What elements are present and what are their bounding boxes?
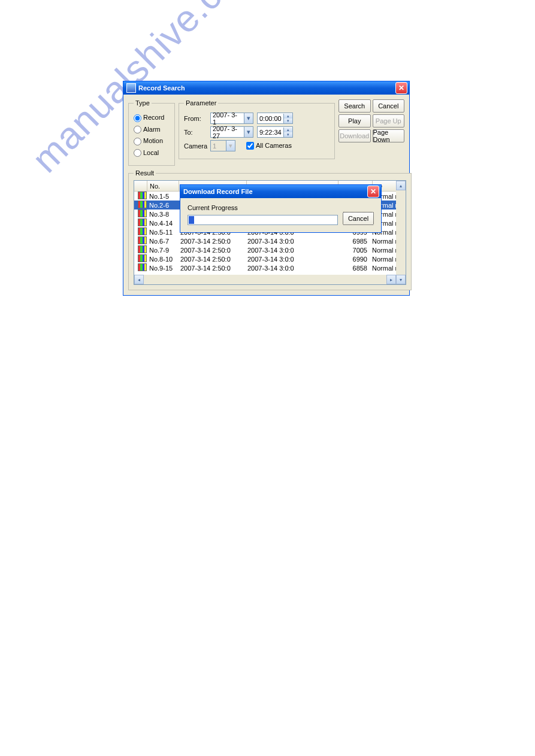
to-label: To: xyxy=(184,129,207,136)
type-legend: Type xyxy=(134,99,152,107)
dialog-cancel-button[interactable]: Cancel xyxy=(343,212,374,225)
scroll-right-icon[interactable]: ▸ xyxy=(386,275,396,284)
progress-bar xyxy=(188,215,338,225)
scroll-left-icon[interactable]: ◂ xyxy=(134,275,144,284)
action-buttons: Search Cancel Play Page Up Download Page… xyxy=(338,99,404,142)
record-icon xyxy=(138,227,147,235)
to-time-spinner[interactable]: 9:22:34▴▾ xyxy=(257,126,293,138)
scroll-up-icon[interactable]: ▴ xyxy=(396,181,406,190)
parameter-group: Parameter From: 2007- 3- 1▾ 0:00:00▴▾ To… xyxy=(179,99,335,159)
camera-combo: 1▾ xyxy=(210,140,235,151)
scroll-down-icon[interactable]: ▾ xyxy=(396,275,406,284)
horizontal-scrollbar[interactable]: ◂ ▸ xyxy=(134,275,396,284)
app-icon xyxy=(126,83,136,93)
download-button: Download xyxy=(338,129,371,142)
table-row[interactable]: No.7-92007-3-14 2:50:02007-3-14 3:0:0700… xyxy=(134,245,406,254)
chevron-down-icon: ▾ xyxy=(226,141,235,151)
dialog-close-button[interactable]: ✕ xyxy=(367,186,379,198)
cancel-button[interactable]: Cancel xyxy=(373,99,405,113)
vertical-scrollbar[interactable]: ▴ ▾ xyxy=(396,181,406,284)
from-date-combo[interactable]: 2007- 3- 1▾ xyxy=(210,113,253,124)
spin-down-icon[interactable]: ▾ xyxy=(284,119,292,123)
dialog-title: Download Record File xyxy=(183,188,253,195)
col-no: No. xyxy=(147,181,179,191)
result-legend: Result xyxy=(134,169,156,177)
spin-up-icon[interactable]: ▴ xyxy=(284,127,292,132)
titlebar[interactable]: Record Search ✕ xyxy=(123,81,409,95)
camera-label: Camera xyxy=(184,142,207,150)
chevron-down-icon[interactable]: ▾ xyxy=(244,127,253,137)
record-icon xyxy=(138,254,147,262)
pagedown-button[interactable]: Page Down xyxy=(373,129,405,142)
dialog-titlebar[interactable]: Download Record File ✕ xyxy=(180,185,381,198)
record-icon xyxy=(138,236,147,244)
table-row[interactable]: No.6-72007-3-14 2:50:02007-3-14 3:0:0698… xyxy=(134,236,406,245)
download-dialog: Download Record File ✕ Current Progress … xyxy=(180,184,382,233)
record-icon xyxy=(138,201,147,208)
record-icon xyxy=(138,210,147,217)
all-cameras-checkbox[interactable]: All Cameras xyxy=(246,142,292,150)
from-time-spinner[interactable]: 0:00:00▴▾ xyxy=(257,113,293,124)
chevron-down-icon[interactable]: ▾ xyxy=(244,113,253,123)
table-row[interactable]: No.8-102007-3-14 2:50:02007-3-14 3:0:069… xyxy=(134,254,406,263)
record-icon xyxy=(138,245,147,253)
spin-up-icon[interactable]: ▴ xyxy=(284,114,292,119)
record-icon xyxy=(138,263,147,271)
progress-fill xyxy=(189,216,194,224)
pageup-button: Page Up xyxy=(373,114,405,127)
progress-label: Current Progress xyxy=(188,204,338,211)
to-date-combo[interactable]: 2007- 3-27▾ xyxy=(210,126,253,138)
record-icon xyxy=(138,192,147,199)
radio-motion[interactable]: Motion xyxy=(134,137,170,145)
radio-alarm[interactable]: Alarm xyxy=(134,126,170,134)
parameter-legend: Parameter xyxy=(184,99,218,107)
record-icon xyxy=(138,218,147,226)
search-button[interactable]: Search xyxy=(338,99,371,113)
radio-local[interactable]: Local xyxy=(134,149,170,157)
radio-record[interactable]: Record xyxy=(134,114,170,122)
spin-down-icon[interactable]: ▾ xyxy=(284,132,292,137)
record-search-window: Record Search ✕ Type Record Alarm Motion… xyxy=(123,81,410,296)
table-row[interactable]: No.9-152007-3-14 2:50:02007-3-14 3:0:068… xyxy=(134,263,406,272)
close-button[interactable]: ✕ xyxy=(395,82,407,94)
play-button[interactable]: Play xyxy=(338,114,371,127)
type-group: Type Record Alarm Motion Local xyxy=(128,99,175,166)
window-title: Record Search xyxy=(138,84,185,92)
from-label: From: xyxy=(184,115,207,122)
